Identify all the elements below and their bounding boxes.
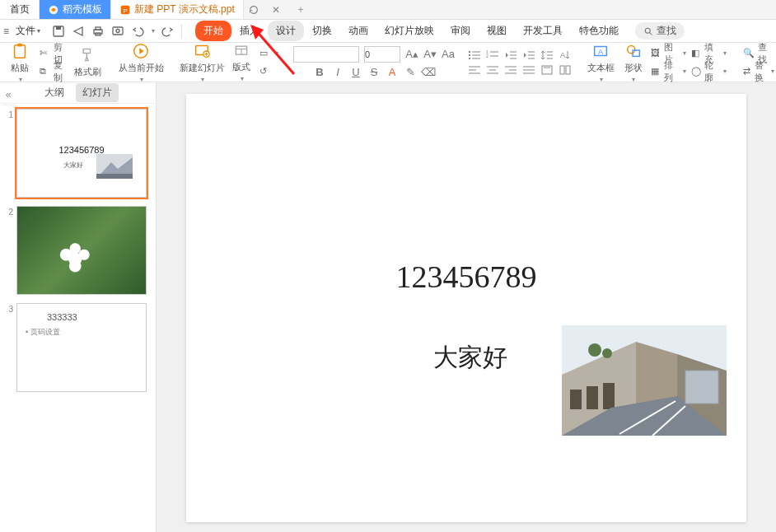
section-button[interactable]: ▭▾ (258, 45, 280, 62)
underline-icon[interactable]: U (349, 66, 362, 79)
align-top-icon[interactable] (540, 64, 554, 76)
clipboard-group: 粘贴▾ ✄剪切 ⧉复制 格式刷 (3, 44, 103, 80)
workspace: « 大纲 幻灯片 1 123456789 大家好 2 (0, 82, 776, 532)
decrease-font-icon[interactable]: A▾ (423, 48, 437, 61)
columns-icon[interactable] (559, 64, 572, 76)
menu-design[interactable]: 设计 (268, 21, 304, 41)
thumb-1-image (96, 154, 133, 179)
reset-button[interactable]: ↺ (258, 63, 280, 80)
print-icon[interactable] (91, 25, 105, 38)
italic-icon[interactable]: I (331, 66, 344, 79)
tab-home[interactable]: 首页 (0, 0, 40, 19)
numbering-icon[interactable]: 12 (486, 49, 499, 61)
font-family-select[interactable] (293, 46, 359, 63)
preview-icon[interactable] (111, 25, 124, 38)
thumbnails-pane: 大纲 幻灯片 1 123456789 大家好 2 (0, 82, 157, 532)
menu-view[interactable]: 视图 (479, 21, 515, 41)
increase-font-icon[interactable]: A▴ (405, 48, 418, 61)
slide-canvas[interactable]: 123456789 大家好 (186, 94, 746, 522)
thumbnails: 1 123456789 大家好 2 3 333333 (0, 104, 156, 532)
clear-format-icon[interactable]: ⌫ (422, 66, 435, 79)
highlight-icon[interactable]: ✎ (404, 66, 417, 79)
thumb-3-preview[interactable]: 333333 页码设置 (16, 303, 147, 392)
share-icon[interactable] (72, 25, 85, 38)
menu-slideshow[interactable]: 幻灯片放映 (376, 21, 442, 41)
svg-point-77 (588, 343, 601, 357)
replace-button[interactable]: ⇄替换▾ (741, 63, 776, 80)
play-icon (132, 42, 150, 60)
text-direction-icon[interactable]: A (559, 49, 572, 61)
tab-add[interactable]: ＋ (288, 0, 313, 19)
layout-button[interactable]: 版式▾ (227, 44, 256, 80)
outline-tab[interactable]: 大纲 (38, 83, 71, 102)
canvas-area[interactable]: 123456789 大家好 (157, 82, 776, 532)
format-painter-label: 格式刷 (74, 66, 101, 78)
copy-label: 复制 (54, 59, 70, 84)
reset-icon: ↺ (259, 66, 271, 77)
indent-dec-icon[interactable] (504, 49, 517, 61)
menu-transition[interactable]: 切换 (304, 21, 340, 41)
menu-start[interactable]: 开始 (195, 21, 231, 41)
textbox-button[interactable]: A 文本框▾ (585, 44, 617, 80)
align-left-icon[interactable] (468, 64, 481, 76)
new-slide-button[interactable]: 新建幻灯片▾ (179, 44, 225, 80)
paste-button[interactable]: 粘贴▾ (3, 44, 36, 80)
menu-animation[interactable]: 动画 (340, 21, 376, 41)
replace-label: 替换 (755, 59, 767, 84)
file-menu-label: 文件 (16, 24, 35, 38)
search-label: 查找 (657, 24, 676, 38)
search-command[interactable]: 查找 (635, 22, 685, 40)
search-icon (643, 26, 653, 36)
arrange-button[interactable]: ▦排列▾ (649, 63, 688, 80)
slides-tab[interactable]: 幻灯片 (76, 83, 119, 102)
slide-image[interactable] (562, 325, 727, 436)
editing-group: 🔍查找 ⇄替换▾ (741, 44, 776, 80)
thumb-2[interactable]: 2 (5, 206, 151, 295)
line-spacing-icon[interactable] (540, 49, 554, 61)
thumb-1-preview[interactable]: 123456789 大家好 (16, 109, 147, 198)
shapes-button[interactable]: 形状▾ (619, 44, 647, 80)
thumb-3[interactable]: 3 333333 页码设置 (5, 303, 151, 392)
play-from-current-button[interactable]: 从当前开始▾ (116, 44, 166, 80)
align-right-icon[interactable] (504, 64, 517, 76)
align-center-icon[interactable] (486, 64, 499, 76)
undo-icon[interactable] (131, 25, 144, 38)
close-icon: ✕ (272, 4, 280, 16)
slide-subtext[interactable]: 大家好 (433, 341, 507, 375)
copy-button[interactable]: ⧉复制 (38, 63, 71, 80)
strike-icon[interactable]: S (367, 66, 381, 79)
collapse-thumbnails[interactable]: « (2, 84, 15, 105)
menu-special[interactable]: 特色功能 (571, 21, 627, 41)
outline-button[interactable]: ◯轮廓▾ (690, 63, 728, 80)
align-justify-icon[interactable] (522, 64, 535, 76)
format-painter-button[interactable]: 格式刷 (72, 44, 103, 80)
ribbon: 粘贴▾ ✄剪切 ⧉复制 格式刷 从当前开始▾ 新建幻灯片▾ 版式▾ ▭▾ ↺ (0, 43, 776, 82)
menu-insert[interactable]: 插入 (231, 21, 268, 41)
thumb-1[interactable]: 1 123456789 大家好 (5, 109, 151, 198)
slide-title[interactable]: 123456789 (186, 259, 746, 295)
bold-icon[interactable]: B (313, 66, 326, 79)
textbox-label: 文本框 (587, 62, 615, 74)
save-icon[interactable] (52, 25, 65, 38)
bullets-icon[interactable] (468, 49, 481, 61)
svg-rect-70 (587, 386, 598, 409)
menu-review[interactable]: 审阅 (442, 21, 479, 41)
tab-template[interactable]: 稻壳模板 (40, 0, 111, 19)
app-menu-icon[interactable]: ≡ (3, 26, 9, 37)
svg-point-78 (602, 348, 612, 358)
svg-rect-69 (570, 390, 582, 409)
file-menu[interactable]: 文件 ▾ (12, 22, 44, 40)
redo-icon[interactable] (161, 25, 175, 38)
tab-refresh-icon[interactable] (244, 0, 264, 19)
thumb-2-preview[interactable] (16, 206, 147, 295)
menu-dev[interactable]: 开发工具 (515, 21, 571, 41)
separator (181, 24, 182, 39)
font-size-select[interactable] (364, 46, 400, 63)
slides-group: 新建幻灯片▾ 版式▾ ▭▾ ↺ (179, 44, 280, 80)
change-case-icon[interactable]: Aa (442, 48, 455, 61)
font-color-icon[interactable]: A (386, 66, 399, 79)
tab-file[interactable]: P 新建 PPT 演示文稿.ppt (111, 0, 244, 19)
tab-close[interactable]: ✕ (264, 0, 288, 19)
undo-dropdown-icon[interactable]: ▾ (152, 27, 155, 35)
indent-inc-icon[interactable] (522, 49, 535, 61)
